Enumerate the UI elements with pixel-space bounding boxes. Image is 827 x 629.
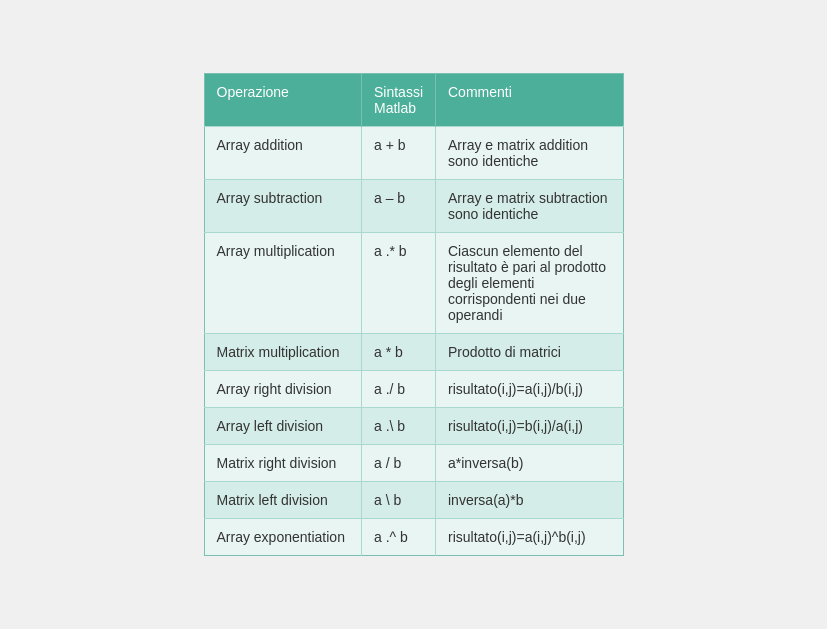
cell-comment: risultato(i,j)=a(i,j)^b(i,j): [436, 519, 624, 556]
cell-operation: Array left division: [204, 408, 361, 445]
table-row: Matrix left divisiona \ binversa(a)*b: [204, 482, 623, 519]
operations-table: Operazione Sintassi Matlab Commenti Arra…: [204, 73, 624, 556]
cell-operation: Array subtraction: [204, 180, 361, 233]
cell-syntax: a + b: [361, 127, 435, 180]
header-sintassi: Sintassi Matlab: [361, 74, 435, 127]
cell-syntax: a – b: [361, 180, 435, 233]
cell-syntax: a .^ b: [361, 519, 435, 556]
header-commenti: Commenti: [436, 74, 624, 127]
table-row: Matrix right divisiona / ba*inversa(b): [204, 445, 623, 482]
cell-comment: Array e matrix subtraction sono identich…: [436, 180, 624, 233]
cell-comment: risultato(i,j)=a(i,j)/b(i,j): [436, 371, 624, 408]
cell-syntax: a / b: [361, 445, 435, 482]
cell-syntax: a .* b: [361, 233, 435, 334]
cell-operation: Matrix multiplication: [204, 334, 361, 371]
cell-operation: Array addition: [204, 127, 361, 180]
cell-operation: Matrix right division: [204, 445, 361, 482]
cell-comment: inversa(a)*b: [436, 482, 624, 519]
table-row: Array right divisiona ./ brisultato(i,j)…: [204, 371, 623, 408]
table-row: Array exponentiationa .^ brisultato(i,j)…: [204, 519, 623, 556]
cell-operation: Array exponentiation: [204, 519, 361, 556]
cell-comment: a*inversa(b): [436, 445, 624, 482]
table-row: Matrix multiplicationa * bProdotto di ma…: [204, 334, 623, 371]
cell-operation: Matrix left division: [204, 482, 361, 519]
table-row: Array multiplicationa .* bCiascun elemen…: [204, 233, 623, 334]
cell-syntax: a .\ b: [361, 408, 435, 445]
cell-comment: Ciascun elemento del risultato è pari al…: [436, 233, 624, 334]
main-table-wrapper: Operazione Sintassi Matlab Commenti Arra…: [204, 73, 624, 556]
cell-syntax: a \ b: [361, 482, 435, 519]
table-row: Array left divisiona .\ brisultato(i,j)=…: [204, 408, 623, 445]
table-row: Array subtractiona – bArray e matrix sub…: [204, 180, 623, 233]
cell-comment: Prodotto di matrici: [436, 334, 624, 371]
cell-operation: Array right division: [204, 371, 361, 408]
cell-syntax: a * b: [361, 334, 435, 371]
cell-comment: risultato(i,j)=b(i,j)/a(i,j): [436, 408, 624, 445]
header-operazione: Operazione: [204, 74, 361, 127]
table-row: Array additiona + bArray e matrix additi…: [204, 127, 623, 180]
cell-comment: Array e matrix addition sono identiche: [436, 127, 624, 180]
table-header-row: Operazione Sintassi Matlab Commenti: [204, 74, 623, 127]
cell-syntax: a ./ b: [361, 371, 435, 408]
cell-operation: Array multiplication: [204, 233, 361, 334]
